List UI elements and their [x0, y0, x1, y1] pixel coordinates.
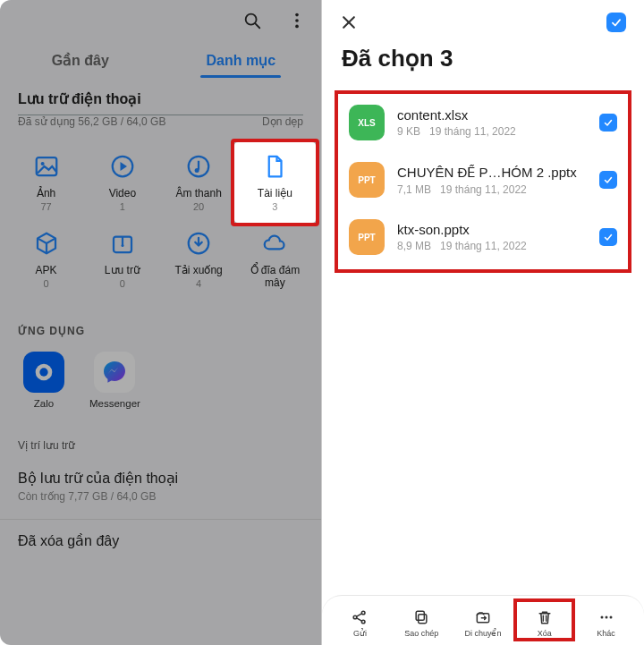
file-info: content.xlsx9 KB 19 tháng 11, 2022: [397, 107, 587, 138]
storage-location-item[interactable]: Bộ lưu trữ của điện thoại Còn trống 7,77…: [0, 461, 321, 512]
file-checkbox[interactable]: [599, 228, 617, 246]
svg-point-16: [39, 368, 47, 376]
file-meta: 7,1 MB 19 tháng 11, 2022: [397, 183, 587, 196]
selection-topbar: [322, 0, 644, 38]
tile-name: Tài liệu: [240, 187, 310, 199]
svg-line-1: [255, 23, 259, 28]
storage-used: Đã sử dụng 56,2 GB / 64,0 GB: [18, 115, 165, 128]
recently-deleted[interactable]: Đã xóa gần đây: [0, 519, 321, 562]
category-tile-image[interactable]: Ảnh77: [9, 146, 83, 219]
app-msgr[interactable]: Messenger: [89, 352, 140, 409]
file-name: ktx-son.pptx: [397, 222, 587, 237]
svg-line-22: [357, 613, 362, 615]
doc-icon: [240, 151, 310, 182]
file-type-icon: PPT: [349, 219, 385, 255]
action-copy[interactable]: Sao chép: [391, 606, 453, 638]
category-tile-audio[interactable]: Âm thanh20: [162, 146, 236, 219]
file-name: CHUYÊN ĐỀ P…HÓM 2 .pptx: [397, 165, 587, 181]
category-tile-archive[interactable]: Lưu trữ0: [85, 223, 159, 298]
copy-icon: [391, 607, 453, 627]
file-checkbox[interactable]: [599, 114, 617, 132]
action-share[interactable]: Gửi: [329, 606, 391, 638]
svg-point-10: [195, 168, 199, 173]
topbar: [0, 0, 321, 34]
file-meta: 9 KB 19 tháng 11, 2022: [397, 125, 587, 138]
tile-name: Ổ đĩa đám mây: [240, 264, 310, 289]
tile-count: 0: [87, 278, 157, 289]
apps-label: ỨNG DỤNG: [0, 303, 321, 346]
action-more[interactable]: Khác: [575, 606, 637, 638]
svg-point-6: [40, 162, 44, 165]
svg-point-31: [609, 615, 612, 618]
tile-count: 4: [164, 278, 234, 289]
storage-title: Lưu trữ điện thoại: [18, 90, 303, 107]
trash-icon: [513, 607, 575, 627]
file-meta: 8,9 MB 19 tháng 11, 2022: [397, 240, 587, 252]
loc-title: Bộ lưu trữ của điện thoại: [18, 470, 303, 487]
file-checkbox[interactable]: [599, 171, 617, 189]
svg-line-23: [357, 617, 362, 620]
tile-count: 20: [164, 201, 234, 212]
share-icon: [329, 607, 391, 627]
tile-count: 77: [11, 201, 81, 212]
svg-rect-5: [36, 157, 56, 175]
tile-name: Video: [87, 187, 157, 199]
selected-files-box: XLScontent.xlsx9 KB 19 tháng 11, 2022PPT…: [335, 90, 631, 273]
search-icon[interactable]: [242, 11, 262, 30]
category-grid: Ảnh77Video1Âm thanh20Tài liệu3APK0Lưu tr…: [0, 133, 321, 303]
tile-count: 1: [87, 201, 157, 212]
action-trash[interactable]: Xóa: [513, 606, 575, 638]
action-move[interactable]: Di chuyển: [453, 606, 514, 638]
file-row[interactable]: PPTCHUYÊN ĐỀ P…HÓM 2 .pptx7,1 MB 19 thán…: [342, 151, 624, 208]
svg-rect-24: [419, 614, 427, 623]
bottom-action-bar: GửiSao chépDi chuyểnXóaKhác: [322, 595, 644, 645]
file-row[interactable]: PPTktx-son.pptx8,9 MB 19 tháng 11, 2022: [342, 208, 624, 266]
storage-header: Lưu trữ điện thoại Đã sử dụng 56,2 GB / …: [0, 78, 321, 133]
cloud-icon: [240, 228, 310, 259]
category-tile-cloud[interactable]: Ổ đĩa đám mây: [238, 223, 312, 298]
tile-count: 0: [11, 278, 81, 289]
category-tile-download[interactable]: Tải xuống4: [162, 223, 236, 298]
more-vertical-icon[interactable]: [287, 11, 307, 30]
cleanup-button[interactable]: Dọn dẹp: [262, 115, 303, 128]
loc-sub: Còn trống 7,77 GB / 64,0 GB: [18, 490, 303, 503]
action-label: Gửi: [329, 629, 391, 638]
tab-categories[interactable]: Danh mục: [161, 39, 322, 78]
file-row[interactable]: XLScontent.xlsx9 KB 19 tháng 11, 2022: [342, 94, 624, 151]
category-tile-doc[interactable]: Tài liệu3: [238, 146, 312, 219]
tile-count: 3: [240, 201, 310, 212]
file-name: content.xlsx: [397, 107, 587, 123]
app-name: Messenger: [89, 398, 140, 409]
audio-icon: [164, 151, 234, 182]
image-icon: [11, 151, 81, 182]
svg-rect-25: [416, 611, 424, 620]
archive-icon: [87, 228, 157, 259]
screen-selection: Đã chọn 3 XLScontent.xlsx9 KB 19 tháng 1…: [322, 0, 644, 645]
zalo-icon: [23, 352, 64, 393]
app-name: Zalo: [23, 398, 64, 409]
file-type-icon: XLS: [349, 105, 385, 140]
svg-point-13: [121, 244, 123, 247]
svg-point-2: [295, 13, 299, 17]
category-tile-apk[interactable]: APK0: [9, 223, 83, 298]
tabs: Gần đây Danh mục: [0, 34, 321, 78]
tile-name: APK: [11, 264, 81, 276]
action-label: Xóa: [513, 629, 575, 638]
action-label: Di chuyển: [453, 629, 514, 638]
svg-point-3: [295, 19, 299, 22]
file-info: CHUYÊN ĐỀ P…HÓM 2 .pptx7,1 MB 19 tháng 1…: [397, 165, 587, 196]
app-zalo[interactable]: Zalo: [23, 352, 64, 409]
download-icon: [164, 228, 234, 259]
apps-row: ZaloMessenger: [0, 346, 321, 421]
close-icon[interactable]: [340, 13, 358, 31]
select-all-checkbox[interactable]: [606, 13, 626, 32]
move-icon: [453, 607, 514, 627]
video-icon: [87, 151, 157, 182]
file-info: ktx-son.pptx8,9 MB 19 tháng 11, 2022: [397, 222, 587, 252]
loc-label: Vị trí lưu trữ: [0, 421, 321, 461]
tab-recent[interactable]: Gần đây: [0, 39, 161, 78]
category-tile-video[interactable]: Video1: [85, 146, 159, 219]
svg-point-4: [295, 25, 299, 29]
tile-name: Lưu trữ: [87, 264, 157, 276]
file-type-icon: PPT: [349, 162, 385, 198]
